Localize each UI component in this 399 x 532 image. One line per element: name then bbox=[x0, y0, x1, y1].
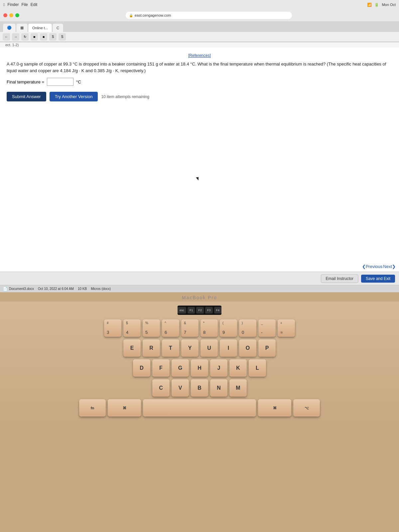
menu-item-edit[interactable]: Edit bbox=[31, 2, 38, 7]
final-temp-input[interactable] bbox=[47, 78, 73, 86]
browser-tabs: 🔵 ▦ Online t... C bbox=[0, 21, 399, 32]
toolbar-icon-3[interactable]: S bbox=[49, 33, 57, 41]
space-row: fn ⌘ ⌘ ⌥ bbox=[50, 399, 349, 417]
references-link: [References] bbox=[7, 52, 392, 58]
tab-extra[interactable]: C bbox=[52, 23, 64, 32]
mac-topbar:  Finder File Edit 📶 🔋 Mon Oct bbox=[0, 0, 399, 9]
lock-icon: 🔒 bbox=[129, 14, 133, 17]
toolbar-back[interactable]: ← bbox=[3, 33, 10, 41]
touch-bar-esc[interactable]: esc bbox=[178, 307, 186, 314]
keyboard-area: esc F1 F2 F3 F4 # 3 $ 4 % 5 ^ 6 bbox=[0, 302, 399, 421]
browser-titlebar: 🔒 east.cengagenow.com bbox=[0, 9, 399, 21]
key-space[interactable] bbox=[143, 399, 256, 417]
key-option-right[interactable]: ⌥ bbox=[293, 399, 320, 417]
key-n[interactable]: N bbox=[210, 379, 227, 397]
window-controls bbox=[3, 13, 19, 17]
key-f[interactable]: F bbox=[152, 359, 170, 377]
key-b[interactable]: B bbox=[191, 379, 208, 397]
file-bar: 📄 Document3.docx Oct 10, 2022 at 6:04 AM… bbox=[0, 285, 399, 292]
button-row: Submit Answer Try Another Version 10 ite… bbox=[7, 92, 392, 101]
cursor bbox=[196, 177, 199, 181]
key-i[interactable]: I bbox=[220, 339, 237, 357]
section-label: ect. 1-2) bbox=[0, 42, 399, 48]
key-minus[interactable]: _ - bbox=[258, 320, 276, 337]
key-l[interactable]: L bbox=[249, 359, 266, 377]
key-3[interactable]: # 3 bbox=[104, 320, 121, 337]
final-temp-label: Final temperature = bbox=[7, 79, 44, 84]
key-command-right[interactable]: ⌘ bbox=[258, 399, 291, 417]
close-window-button[interactable] bbox=[3, 13, 7, 17]
macbook-label: MacBook Pro bbox=[0, 292, 399, 302]
tab-icon-2[interactable]: ▦ bbox=[16, 23, 28, 32]
next-button[interactable]: Next ❯ bbox=[383, 264, 396, 269]
key-9[interactable]: ( 9 bbox=[220, 320, 237, 337]
qwerty-row: E R T Y U I O P bbox=[50, 339, 349, 357]
clock: Mon Oct bbox=[382, 3, 396, 7]
navigation-buttons: ❮ Previous Next ❯ bbox=[362, 264, 396, 269]
key-fn[interactable]: fn bbox=[79, 399, 106, 417]
key-o[interactable]: O bbox=[239, 339, 256, 357]
toolbar-icon-2[interactable]: ■ bbox=[40, 33, 47, 41]
tab-online[interactable]: Online t... bbox=[28, 23, 52, 32]
minimize-window-button[interactable] bbox=[9, 13, 13, 17]
address-bar[interactable]: 🔒 east.cengagenow.com bbox=[126, 12, 292, 19]
key-p[interactable]: P bbox=[258, 339, 276, 357]
touch-bar: esc F1 F2 F3 F4 bbox=[178, 306, 221, 315]
key-6[interactable]: ^ 6 bbox=[162, 320, 179, 337]
attempts-text: 10 item attempts remaining bbox=[101, 94, 149, 99]
key-t[interactable]: T bbox=[162, 339, 179, 357]
apple-menu[interactable]:  bbox=[3, 2, 5, 7]
toolbar-forward[interactable]: → bbox=[12, 33, 19, 41]
key-r[interactable]: R bbox=[143, 339, 160, 357]
touch-bar-f4[interactable]: F4 bbox=[214, 307, 222, 314]
key-5[interactable]: % 5 bbox=[143, 320, 160, 337]
doc-name: Document3.docx bbox=[9, 287, 34, 291]
browser-toolbar: ← → ↻ ■ ■ S S bbox=[0, 32, 399, 42]
touch-bar-f1[interactable]: F1 bbox=[188, 307, 195, 314]
previous-button[interactable]: ❮ Previous bbox=[362, 264, 383, 269]
key-u[interactable]: U bbox=[200, 339, 218, 357]
chevron-left-icon: ❮ bbox=[362, 264, 366, 269]
key-v[interactable]: V bbox=[172, 379, 189, 397]
menu-item-file[interactable]: File bbox=[21, 2, 28, 7]
mac-topbar-right: 📶 🔋 Mon Oct bbox=[367, 3, 396, 7]
tab-icon-1[interactable]: 🔵 bbox=[3, 23, 16, 32]
number-row: # 3 $ 4 % 5 ^ 6 & 7 * 8 bbox=[50, 320, 349, 337]
submit-answer-button[interactable]: Submit Answer bbox=[7, 92, 46, 101]
touch-bar-f3[interactable]: F3 bbox=[205, 307, 213, 314]
maximize-window-button[interactable] bbox=[15, 13, 19, 17]
file-bar-size: 10 KB bbox=[78, 287, 87, 291]
key-4[interactable]: $ 4 bbox=[123, 320, 141, 337]
key-c[interactable]: C bbox=[152, 379, 170, 397]
toolbar-icon-4[interactable]: S bbox=[59, 33, 66, 41]
key-g[interactable]: G bbox=[172, 359, 189, 377]
key-equals[interactable]: + = bbox=[278, 320, 295, 337]
touch-bar-f2[interactable]: F2 bbox=[196, 307, 204, 314]
battery-icon: 🔋 bbox=[374, 3, 379, 7]
key-7[interactable]: & 7 bbox=[181, 320, 199, 337]
toolbar-refresh[interactable]: ↻ bbox=[21, 33, 29, 41]
key-e[interactable]: E bbox=[123, 339, 141, 357]
email-instructor-button[interactable]: Email Instructor bbox=[321, 274, 358, 283]
key-j[interactable]: J bbox=[210, 359, 227, 377]
key-h[interactable]: H bbox=[191, 359, 208, 377]
bottom-action-bar: Email Instructor Save and Exit bbox=[0, 272, 399, 285]
key-k[interactable]: K bbox=[229, 359, 247, 377]
browser-content: ect. 1-2) [References] A 47.0-g sample o… bbox=[0, 42, 399, 285]
celsius-unit: °C bbox=[76, 79, 81, 84]
toolbar-icon-1[interactable]: ■ bbox=[31, 33, 38, 41]
key-d[interactable]: D bbox=[133, 359, 150, 377]
key-m[interactable]: M bbox=[229, 379, 247, 397]
key-y[interactable]: Y bbox=[181, 339, 199, 357]
key-8[interactable]: * 8 bbox=[200, 320, 218, 337]
try-another-button[interactable]: Try Another Version bbox=[50, 92, 98, 101]
bottom-row: C V B N M bbox=[50, 379, 349, 397]
menu-item-finder[interactable]: Finder bbox=[7, 2, 19, 7]
save-and-exit-button[interactable]: Save and Exit bbox=[361, 275, 395, 283]
question-text: A 47.0-g sample of copper at 99.3 °C is … bbox=[7, 61, 392, 74]
url-text: east.cengagenow.com bbox=[135, 13, 171, 17]
key-command-left[interactable]: ⌘ bbox=[108, 399, 141, 417]
references-anchor[interactable]: [References] bbox=[188, 53, 211, 58]
file-bar-timestamp: Oct 10, 2022 at 6:04 AM bbox=[38, 287, 74, 291]
key-0[interactable]: ) 0 bbox=[239, 320, 256, 337]
